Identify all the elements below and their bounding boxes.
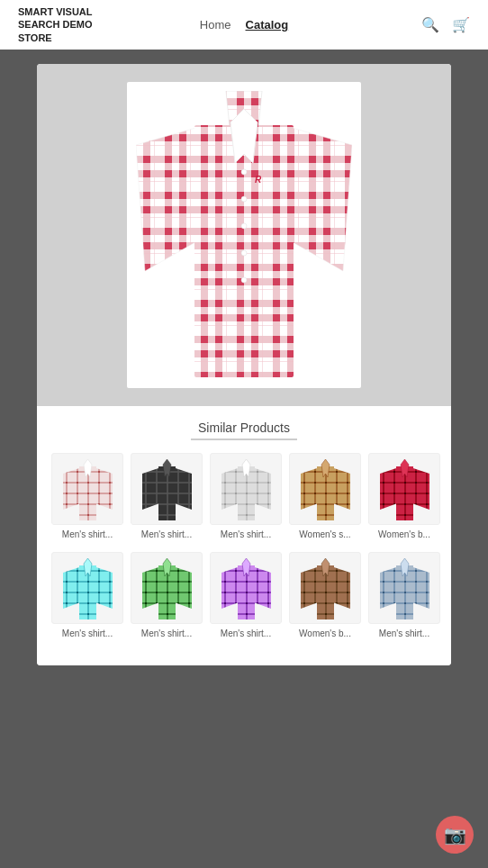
product-label-4: Women's s...: [299, 529, 350, 539]
product-thumb-3: [210, 453, 282, 525]
product-card-9[interactable]: Women's b...: [289, 552, 361, 638]
svg-point-17: [241, 196, 247, 202]
svg-point-16: [241, 169, 247, 175]
svg-rect-83: [238, 565, 255, 619]
svg-rect-67: [79, 565, 96, 619]
products-grid-row2: Men's shirt...: [51, 552, 437, 638]
product-label-7: Men's shirt...: [141, 628, 192, 638]
product-card-3[interactable]: Men's shirt...: [210, 453, 282, 539]
similar-products-title: Similar Products: [191, 420, 297, 440]
similar-products-section: Similar Products: [37, 406, 451, 665]
product-card-4[interactable]: Women's s...: [289, 453, 361, 539]
product-label-10: Men's shirt...: [379, 628, 429, 638]
similar-products-modal: R Similar Products: [37, 64, 451, 665]
header-icons: 🔍 🛒: [421, 16, 470, 33]
modal-overlay: R Similar Products: [0, 50, 488, 868]
svg-rect-51: [317, 466, 334, 520]
product-thumb-8: [210, 552, 282, 624]
nav-home[interactable]: Home: [200, 18, 231, 32]
main-product-image: R: [127, 82, 361, 388]
product-card-1[interactable]: Men's shirt...: [51, 453, 123, 539]
search-icon[interactable]: 🔍: [421, 16, 439, 33]
svg-point-19: [241, 250, 247, 256]
svg-rect-91: [317, 565, 334, 619]
cart-icon[interactable]: 🛒: [452, 16, 470, 33]
product-thumb-10: [368, 552, 440, 624]
product-label-6: Men's shirt...: [62, 628, 113, 638]
product-image-area: R: [37, 64, 451, 406]
svg-rect-59: [396, 466, 413, 520]
product-card-10[interactable]: Men's shirt...: [368, 552, 440, 638]
svg-rect-43: [238, 466, 255, 520]
product-card-8[interactable]: Men's shirt...: [210, 552, 282, 638]
similar-title-wrap: Similar Products: [51, 420, 437, 440]
product-thumb-6: [51, 552, 123, 624]
svg-point-18: [241, 223, 247, 229]
shirt-illustration: R: [136, 91, 352, 379]
product-label-1: Men's shirt...: [62, 529, 113, 539]
product-label-9: Women's b...: [299, 628, 351, 638]
product-thumb-9: [289, 552, 361, 624]
svg-rect-75: [158, 565, 176, 619]
product-card-5[interactable]: Women's b...: [368, 453, 440, 539]
svg-rect-99: [396, 565, 413, 619]
camera-button[interactable]: 📷: [436, 816, 474, 854]
product-card-6[interactable]: Men's shirt...: [51, 552, 123, 638]
svg-text:R: R: [255, 175, 262, 185]
product-thumb-2: [131, 453, 203, 525]
svg-point-20: [241, 277, 247, 283]
product-label-5: Women's b...: [378, 529, 430, 539]
product-thumb-7: [131, 552, 203, 624]
product-label-2: Men's shirt...: [141, 529, 192, 539]
product-card-2[interactable]: Men's shirt...: [131, 453, 203, 539]
nav-catalog[interactable]: Catalog: [246, 18, 289, 32]
store-title: SMART VISUAL SEARCH DEMO STORE: [18, 5, 93, 44]
product-label-8: Men's shirt...: [221, 628, 271, 638]
svg-rect-35: [158, 466, 176, 520]
product-card-7[interactable]: Men's shirt...: [131, 552, 203, 638]
product-thumb-5: [368, 453, 440, 525]
site-header: SMART VISUAL SEARCH DEMO STORE Home Cata…: [0, 0, 488, 50]
main-nav: Home Catalog: [200, 18, 288, 32]
product-thumb-1: [51, 453, 123, 525]
product-label-3: Men's shirt...: [221, 529, 271, 539]
product-thumb-4: [289, 453, 361, 525]
svg-rect-28: [79, 466, 96, 520]
products-grid-row1: Men's shirt...: [51, 453, 437, 539]
